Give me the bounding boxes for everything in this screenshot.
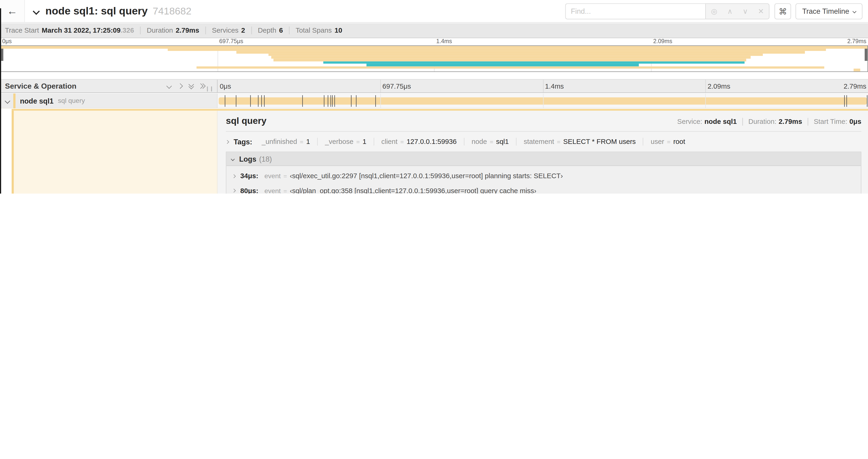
span-gantt-cell[interactable] (217, 94, 868, 108)
log-marker (328, 95, 329, 107)
summary-value: 2.79ms (176, 27, 199, 34)
summary-label: Services (212, 27, 239, 34)
tag-key: node (471, 138, 487, 145)
summary-item: Depth6 (258, 27, 283, 34)
log-expander-icon[interactable] (232, 189, 236, 193)
span-row[interactable]: node sql1 sql query (0, 94, 868, 108)
timeline-ruler: 0μs697.75μs1.4ms2.09ms2.79ms (217, 80, 868, 93)
log-marker (324, 95, 324, 107)
view-select-label: Trace Timeline (802, 7, 849, 15)
tags-expander-icon[interactable] (225, 140, 229, 144)
log-field-name: event (265, 172, 281, 180)
tag-value: 127.0.0.1:59936 (407, 138, 457, 145)
next-match-icon[interactable]: ∨ (743, 7, 748, 15)
summary-value: 6 (279, 27, 283, 34)
equals-sign: = (356, 138, 360, 145)
equals-sign: = (400, 138, 404, 145)
equals-sign: = (283, 188, 287, 194)
trace-id: 7418682 (153, 5, 191, 17)
ruler-gridline (543, 80, 543, 93)
tag-item: node=sql1 (464, 138, 516, 145)
tag-value: sql1 (496, 138, 509, 145)
logs-label: Logs (239, 155, 256, 163)
ruler-gridline (705, 80, 706, 93)
log-marker (225, 95, 225, 107)
back-button[interactable]: ← (0, 0, 25, 22)
summary-value: March 31 2022, 17:25:09 (42, 27, 121, 34)
page-header: ← node sql1: sql query 7418682 ◎ ∧ ∨ ✕ ⌘… (0, 0, 868, 23)
log-row[interactable]: 34μs:event=‹sql/exec_util.go:2297 [nsql1… (232, 169, 861, 184)
tag-item: client=127.0.0.1:59936 (374, 138, 465, 145)
minimap-span-bar (0, 46, 867, 48)
minimap-span-bar (271, 56, 750, 59)
logs-collapse-icon[interactable] (231, 157, 235, 161)
ruler-gridline (380, 80, 380, 93)
span-name-cell[interactable]: node sql1 sql query (0, 94, 217, 108)
log-marker (264, 95, 265, 107)
log-marker (250, 95, 251, 107)
expand-one-level-icon[interactable] (177, 83, 183, 89)
log-row[interactable]: 80μs:event=‹sql/plan_opt.go:358 [nsql1,c… (232, 184, 861, 194)
chevron-down-icon (852, 9, 856, 13)
summary-value: 10 (335, 27, 342, 34)
trace-title-group: node sql1: sql query 7418682 (34, 5, 192, 17)
summary-label: Depth (258, 27, 276, 34)
summary-label: Trace Start (5, 27, 39, 34)
log-marker (258, 95, 258, 107)
view-select[interactable]: Trace Timeline (796, 3, 863, 19)
summary-label: Total Spans (296, 27, 332, 34)
equals-sign: = (557, 138, 560, 145)
find-toolbar: ◎ ∧ ∨ ✕ ⌘ Trace Timeline (565, 3, 862, 19)
logs-header[interactable]: Logs (18) (226, 152, 861, 166)
detail-highlight-column (14, 110, 217, 193)
detail-span-stats: Service: node sql1 Duration: 2.79ms Star… (677, 118, 861, 126)
prev-match-icon[interactable]: ∧ (727, 7, 733, 15)
log-marker (356, 95, 357, 107)
collapse-span-icon[interactable] (5, 98, 10, 103)
summary-divider (251, 27, 251, 34)
collapse-all-icon[interactable] (189, 84, 193, 88)
detail-divider (226, 131, 862, 132)
span-service-name: node sql1 (20, 97, 54, 105)
summary-item: Services2 (212, 27, 245, 34)
tag-value: 1 (363, 138, 366, 145)
service-value: node sql1 (705, 118, 737, 126)
equals-sign: = (300, 138, 303, 145)
span-operation-name: sql query (58, 97, 85, 104)
log-marker (261, 95, 261, 107)
summary-divider (205, 27, 206, 34)
service-label: Service: (677, 118, 702, 126)
locate-icon[interactable]: ◎ (711, 7, 717, 15)
find-input[interactable] (565, 3, 705, 19)
tag-value: root (673, 138, 685, 145)
back-arrow-icon: ← (7, 5, 18, 17)
tags-row[interactable]: Tags: _unfinished=1_verbose=1client=127.… (226, 135, 862, 147)
timeline-grid-header: Service & Operation ❙❙ 0μs697.75μs1.4ms2… (0, 79, 868, 93)
minimap-tick-label: 0μs (2, 38, 12, 44)
collapse-trace-icon[interactable] (33, 7, 40, 14)
log-marker (302, 95, 303, 107)
summary-divider (289, 27, 289, 34)
minimap-span-bar (196, 66, 824, 69)
summary-item: Duration2.79ms (147, 27, 199, 34)
timeline-minimap[interactable] (0, 45, 868, 72)
logs-list: 34μs:event=‹sql/exec_util.go:2297 [nsql1… (226, 166, 861, 194)
tag-item: user=root (644, 138, 692, 145)
ruler-tick-label: 1.4ms (545, 82, 564, 90)
tag-key: _unfinished (262, 138, 297, 145)
keyboard-shortcuts-button[interactable]: ⌘ (775, 3, 791, 19)
equals-sign: = (667, 138, 670, 145)
expand-all-icon[interactable] (200, 84, 205, 88)
collapse-one-level-icon[interactable] (166, 83, 172, 89)
span-detail-row: sql query Service: node sql1 Duration: 2… (0, 110, 868, 193)
log-expander-icon[interactable] (232, 174, 236, 178)
start-time-label: Start Time: (814, 118, 847, 126)
minimap-tick-labels: 0μs697.75μs1.4ms2.09ms2.79ms (0, 38, 868, 45)
detail-accent-bar (12, 110, 14, 193)
log-marker (236, 95, 236, 107)
column-resizer-handle[interactable]: ❙❙ (205, 86, 214, 91)
duration-label: Duration: (748, 118, 776, 126)
equals-sign: = (490, 138, 493, 145)
log-marker (334, 95, 335, 107)
clear-search-icon[interactable]: ✕ (758, 7, 764, 15)
